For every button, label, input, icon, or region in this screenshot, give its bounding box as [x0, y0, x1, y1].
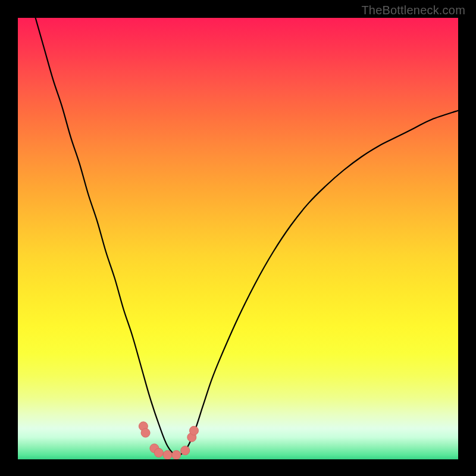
curve-marker	[163, 450, 172, 459]
watermark-text: TheBottleneck.com	[361, 4, 465, 17]
curve-svg	[18, 18, 458, 459]
curve-marker	[154, 448, 163, 457]
curve-marker	[190, 426, 199, 435]
bottleneck-curve	[36, 18, 458, 455]
curve-marker	[172, 450, 181, 459]
curve-marker	[181, 446, 190, 455]
plot-area	[18, 18, 458, 459]
curve-markers	[139, 422, 198, 459]
chart-frame: TheBottleneck.com	[0, 0, 476, 476]
curve-marker	[141, 428, 150, 437]
